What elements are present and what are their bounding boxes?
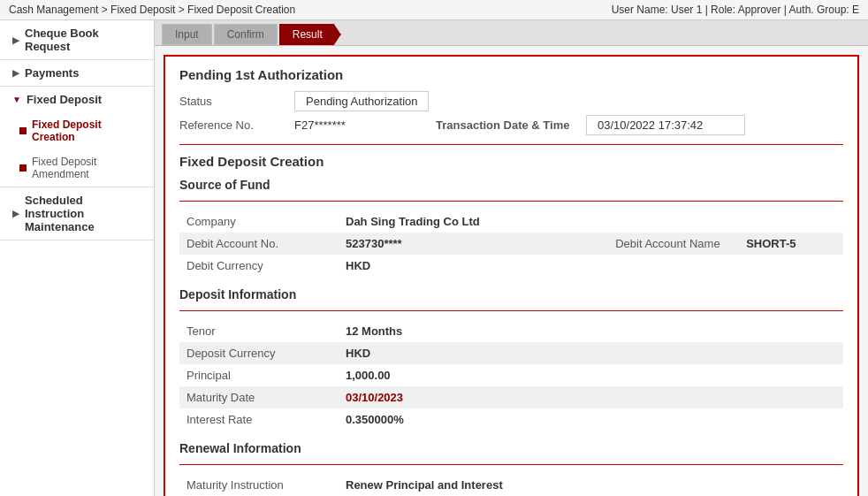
divider-4 — [179, 464, 843, 465]
top-bar: Cash Management > Fixed Deposit > Fixed … — [0, 0, 868, 20]
panel-title: Pending 1st Authorization — [179, 67, 843, 82]
bullet-icon-2 — [19, 164, 27, 172]
txn-label: Transaction Date & Time — [436, 118, 586, 132]
cell-label: Debit Currency — [179, 255, 339, 277]
renewal-table: Maturity Instruction Renew Principal and… — [179, 474, 843, 496]
status-row: Status Pending Authorization — [179, 91, 843, 111]
user-info: User Name: User 1 | Role: Approver | Aut… — [612, 4, 859, 16]
ref-row: Reference No. F27******* Transaction Dat… — [179, 115, 843, 135]
sidebar-section-cheque: ▶ Cheque Book Request — [0, 20, 154, 60]
chevron-right-icon: ▶ — [12, 35, 19, 45]
main-layout: ▶ Cheque Book Request ▶ Payments ▼ Fixed… — [0, 20, 868, 496]
cell-value2 — [739, 210, 843, 233]
cell-empty2 — [773, 342, 843, 364]
cell-value: HKD — [339, 255, 580, 277]
tab-confirm[interactable]: Confirm — [214, 24, 278, 45]
cell-empty — [701, 320, 772, 342]
cell-empty2 — [773, 386, 843, 408]
cell-value: 523730**** — [339, 233, 580, 255]
source-of-fund-title: Source of Fund — [179, 178, 843, 192]
sidebar-section-payments: ▶ Payments — [0, 60, 154, 87]
sidebar-item-payments[interactable]: ▶ Payments — [0, 60, 154, 86]
table-row: Tenor 12 Months — [179, 320, 843, 342]
cell-value: Renew Principal and Interest — [339, 474, 772, 496]
tab-result[interactable]: Result — [279, 24, 341, 45]
cell-label: Maturity Instruction — [179, 474, 339, 496]
cell-label: Maturity Date — [179, 386, 339, 408]
sidebar-section-fd: ▼ Fixed Deposit Fixed Deposit Creation F… — [0, 87, 154, 187]
deposit-table: Tenor 12 Months Deposit Currency HKD Pri… — [179, 320, 843, 431]
status-label: Status — [179, 95, 294, 108]
source-table: Company Dah Sing Trading Co Ltd Debit Ac… — [179, 210, 843, 277]
cell-value2: SHORT-5 — [739, 233, 843, 255]
chevron-down-icon: ▼ — [12, 95, 21, 104]
txn-value: 03/10/2022 17:37:42 — [586, 115, 745, 135]
cell-empty — [701, 408, 772, 431]
cell-label2: Debit Account Name — [580, 233, 739, 255]
table-row: Debit Account No. 523730**** Debit Accou… — [179, 233, 843, 255]
bullet-icon — [19, 127, 27, 134]
cell-value2 — [739, 255, 843, 277]
sidebar-item-fd-amendment[interactable]: Fixed Deposit Amendment — [0, 149, 154, 187]
table-row: Maturity Instruction Renew Principal and… — [179, 474, 843, 496]
cell-value: 0.350000% — [339, 408, 701, 431]
cell-label: Company — [179, 210, 339, 233]
header-rows: Status Pending Authorization Reference N… — [179, 91, 843, 135]
sidebar-item-label: Cheque Book Request — [25, 27, 145, 53]
cell-value: 1,000.00 — [339, 364, 701, 386]
sidebar-item-cheque[interactable]: ▶ Cheque Book Request — [0, 20, 154, 59]
sidebar-item-label-scheduled: Scheduled Instruction Maintenance — [25, 194, 145, 233]
breadcrumb: Cash Management > Fixed Deposit > Fixed … — [9, 4, 295, 16]
cell-empty — [772, 474, 807, 496]
sidebar-item-fd-creation[interactable]: Fixed Deposit Creation — [0, 112, 154, 149]
fd-creation-title: Fixed Deposit Creation — [179, 154, 843, 169]
app-container: Cash Management > Fixed Deposit > Fixed … — [0, 0, 868, 496]
ref-label: Reference No. — [179, 118, 294, 132]
sidebar-section-scheduled: ▶ Scheduled Instruction Maintenance — [0, 187, 154, 240]
divider-1 — [179, 144, 843, 145]
cell-empty2 — [773, 408, 843, 431]
deposit-info-title: Deposit Information — [179, 287, 843, 301]
cell-empty — [701, 386, 772, 408]
table-row: Company Dah Sing Trading Co Ltd — [179, 210, 843, 233]
cell-value: 12 Months — [339, 320, 701, 342]
ref-value: F27******* — [294, 118, 418, 132]
renewal-info-title: Renewal Information — [179, 441, 843, 455]
cell-value: Dah Sing Trading Co Ltd — [339, 210, 580, 233]
cell-empty2 — [773, 364, 843, 386]
sidebar-item-fd[interactable]: ▼ Fixed Deposit — [0, 87, 154, 112]
table-row: Interest Rate 0.350000% — [179, 408, 843, 431]
cell-empty2 — [773, 320, 843, 342]
content-area: Input Confirm Result Pending 1st Authori… — [155, 20, 868, 496]
chevron-right-icon-2: ▶ — [12, 68, 19, 78]
cell-label: Debit Account No. — [179, 233, 339, 255]
cell-label: Tenor — [179, 320, 339, 342]
table-row: Debit Currency HKD — [179, 255, 843, 277]
cell-value: 03/10/2023 — [339, 386, 701, 408]
divider-3 — [179, 310, 843, 311]
main-content: Pending 1st Authorization Status Pending… — [155, 46, 868, 496]
cell-empty — [701, 342, 772, 364]
cell-empty2 — [808, 474, 843, 496]
table-row: Principal 1,000.00 — [179, 364, 843, 386]
sidebar-item-label-fd-creation: Fixed Deposit Creation — [32, 118, 145, 143]
sidebar-item-label-payments: Payments — [25, 66, 79, 80]
tab-input[interactable]: Input — [162, 24, 212, 45]
sidebar-item-scheduled[interactable]: ▶ Scheduled Instruction Maintenance — [0, 187, 154, 240]
sidebar-item-label-fd-amendment: Fixed Deposit Amendment — [32, 156, 145, 180]
cell-label: Principal — [179, 364, 339, 386]
cell-value: HKD — [339, 342, 701, 364]
status-value: Pending Authorization — [294, 91, 429, 111]
cell-empty — [701, 364, 772, 386]
sidebar: ▶ Cheque Book Request ▶ Payments ▼ Fixed… — [0, 20, 155, 496]
sidebar-item-label-fd: Fixed Deposit — [27, 93, 102, 106]
table-row: Maturity Date 03/10/2023 — [179, 386, 843, 408]
cell-label: Deposit Currency — [179, 342, 339, 364]
result-panel: Pending 1st Authorization Status Pending… — [164, 55, 859, 496]
cell-label: Interest Rate — [179, 408, 339, 431]
cell-label2 — [580, 255, 739, 277]
table-row: Deposit Currency HKD — [179, 342, 843, 364]
tabs-bar: Input Confirm Result — [155, 20, 868, 46]
divider-2 — [179, 201, 843, 202]
cell-label2 — [580, 210, 739, 233]
